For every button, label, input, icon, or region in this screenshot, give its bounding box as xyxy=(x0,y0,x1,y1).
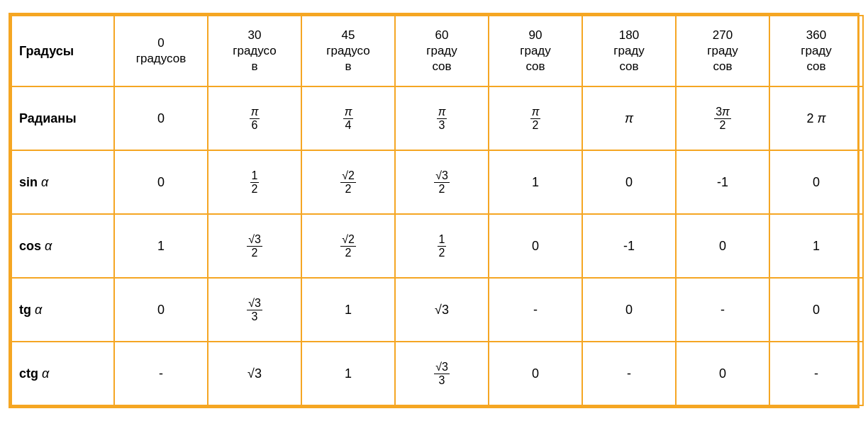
deg-0: 0градусов xyxy=(114,16,208,86)
ctg-60: √3 3 xyxy=(395,342,489,405)
cos-label: cos α xyxy=(11,214,114,278)
ctg-180: - xyxy=(582,342,676,405)
ctg-90: 0 xyxy=(489,342,582,405)
ctg-30: √3 xyxy=(208,342,301,405)
tg-45: 1 xyxy=(301,278,395,342)
sin-60: √3 2 xyxy=(395,150,489,214)
deg-360: 360градусов xyxy=(769,16,863,86)
ctg-label: ctg α xyxy=(11,342,114,405)
deg-270: 270градусов xyxy=(676,16,769,86)
rad-45: π 4 xyxy=(301,86,395,150)
degrees-row: Градусы 0градусов 30градусов 45градусов … xyxy=(11,16,863,86)
tg-0: 0 xyxy=(114,278,208,342)
sin-row: sin α 0 1 2 √2 2 √3 2 1 xyxy=(11,150,863,214)
rad-270: 3π 2 xyxy=(676,86,769,150)
sin-360: 0 xyxy=(769,150,863,214)
ctg-270: 0 xyxy=(676,342,769,405)
cos-360: 1 xyxy=(769,214,863,278)
ctg-360: - xyxy=(769,342,863,405)
rad-30: π 6 xyxy=(208,86,301,150)
trig-table: Градусы 0градусов 30градусов 45градусов … xyxy=(9,13,859,408)
tg-row: tg α 0 √3 3 1 √3 - 0 - 0 xyxy=(11,278,863,342)
ctg-0: - xyxy=(114,342,208,405)
tg-360: 0 xyxy=(769,278,863,342)
rad-90: π 2 xyxy=(489,86,582,150)
deg-180: 180градусов xyxy=(582,16,676,86)
sin-180: 0 xyxy=(582,150,676,214)
deg-30: 30градусов xyxy=(208,16,301,86)
tg-60: √3 xyxy=(395,278,489,342)
sin-30: 1 2 xyxy=(208,150,301,214)
cos-90: 0 xyxy=(489,214,582,278)
cos-30: √3 2 xyxy=(208,214,301,278)
rad-360: 2 π xyxy=(769,86,863,150)
tg-270: - xyxy=(676,278,769,342)
sin-label: sin α xyxy=(11,150,114,214)
cos-45: √2 2 xyxy=(301,214,395,278)
radians-label: Радианы xyxy=(11,86,114,150)
radians-row: Радианы 0 π 6 π 4 π 3 xyxy=(11,86,863,150)
cos-0: 1 xyxy=(114,214,208,278)
tg-30: √3 3 xyxy=(208,278,301,342)
header-label: Градусы xyxy=(11,16,114,86)
deg-60: 60градусов xyxy=(395,16,489,86)
rad-0: 0 xyxy=(114,86,208,150)
deg-90: 90градусов xyxy=(489,16,582,86)
rad-60: π 3 xyxy=(395,86,489,150)
ctg-row: ctg α - √3 1 √3 3 0 - 0 - xyxy=(11,342,863,405)
ctg-45: 1 xyxy=(301,342,395,405)
tg-180: 0 xyxy=(582,278,676,342)
sin-0: 0 xyxy=(114,150,208,214)
sin-45: √2 2 xyxy=(301,150,395,214)
cos-60: 1 2 xyxy=(395,214,489,278)
sin-90: 1 xyxy=(489,150,582,214)
rad-180: π xyxy=(582,86,676,150)
sin-270: -1 xyxy=(676,150,769,214)
cos-270: 0 xyxy=(676,214,769,278)
cos-row: cos α 1 √3 2 √2 2 1 2 0 xyxy=(11,214,863,278)
cos-180: -1 xyxy=(582,214,676,278)
tg-90: - xyxy=(489,278,582,342)
tg-label: tg α xyxy=(11,278,114,342)
deg-45: 45градусов xyxy=(301,16,395,86)
